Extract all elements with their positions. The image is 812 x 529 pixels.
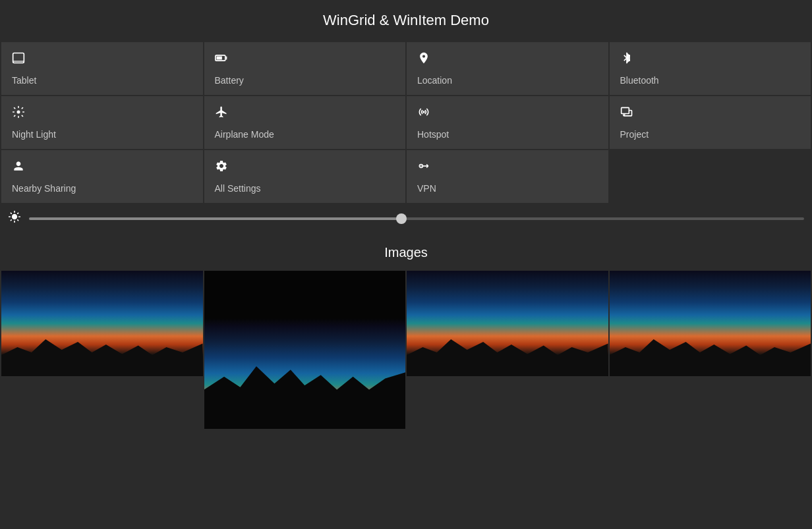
image-item-2[interactable] xyxy=(204,271,406,429)
night-light-label: Night Light xyxy=(12,129,192,140)
image-item-4[interactable] xyxy=(610,271,811,376)
bluetooth-tile[interactable]: Bluetooth xyxy=(610,42,811,95)
all-settings-tile[interactable]: All Settings xyxy=(204,150,406,203)
svg-rect-3 xyxy=(216,57,221,60)
night-light-tile[interactable]: Night Light xyxy=(1,96,203,149)
project-label: Project xyxy=(620,129,801,140)
project-icon xyxy=(620,105,801,121)
images-grid xyxy=(1,271,811,429)
project-tile[interactable]: Project xyxy=(610,96,811,149)
location-label: Location xyxy=(417,75,598,86)
vpn-icon xyxy=(417,159,598,175)
nearby-sharing-tile[interactable]: Nearby Sharing xyxy=(1,150,203,203)
all-settings-icon xyxy=(215,159,395,175)
bluetooth-icon xyxy=(620,51,801,67)
brightness-row xyxy=(1,205,811,232)
brightness-icon xyxy=(8,210,21,227)
hotspot-label: Hotspot xyxy=(417,129,598,140)
svg-rect-6 xyxy=(621,107,629,113)
image-item-1[interactable] xyxy=(1,271,203,376)
tablet-label: Tablet xyxy=(12,75,192,86)
bluetooth-label: Bluetooth xyxy=(620,75,801,86)
vpn-tile[interactable]: VPN xyxy=(407,150,608,203)
battery-label: Battery xyxy=(215,75,395,86)
quick-settings-grid: Tablet Battery Location xyxy=(1,42,811,203)
location-icon xyxy=(417,51,598,67)
vpn-label: VPN xyxy=(417,183,598,194)
night-light-icon xyxy=(12,105,192,121)
nearby-sharing-label: Nearby Sharing xyxy=(12,183,192,194)
svg-point-4 xyxy=(17,111,20,114)
all-settings-label: All Settings xyxy=(215,183,395,194)
battery-tile[interactable]: Battery xyxy=(204,42,406,95)
svg-point-5 xyxy=(422,111,424,113)
images-section: Images xyxy=(0,245,812,429)
brightness-slider[interactable] xyxy=(29,217,804,220)
hotspot-tile[interactable]: Hotspot xyxy=(407,96,608,149)
airplane-mode-label: Airplane Mode xyxy=(215,129,395,140)
images-section-title: Images xyxy=(1,245,811,260)
tablet-icon xyxy=(12,51,192,67)
battery-icon xyxy=(215,51,395,67)
nearby-sharing-icon xyxy=(12,159,192,175)
page-title: WinGrid & WinItem Demo xyxy=(0,0,812,42)
image-item-3[interactable] xyxy=(407,271,608,376)
airplane-mode-icon xyxy=(215,105,395,121)
airplane-mode-tile[interactable]: Airplane Mode xyxy=(204,96,406,149)
hotspot-icon xyxy=(417,105,598,121)
location-tile[interactable]: Location xyxy=(407,42,608,95)
svg-point-8 xyxy=(420,165,422,167)
tablet-tile[interactable]: Tablet xyxy=(1,42,203,95)
empty-cell xyxy=(610,150,811,203)
